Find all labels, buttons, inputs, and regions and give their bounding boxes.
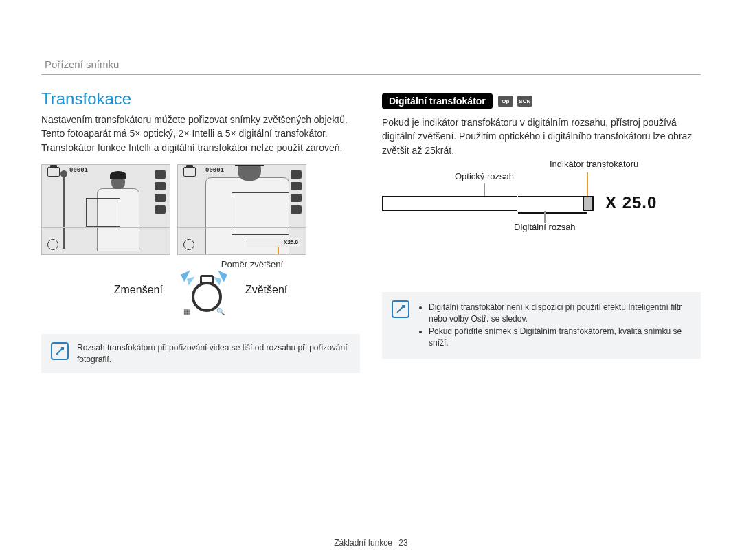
zoom-readout: X 25.0 [605,193,657,212]
wide-icon: ▦ [183,308,190,315]
flash-icon [155,205,166,214]
dial-footer-icons: ▦ 🔍 [183,308,225,315]
tele-icon: 🔍 [216,308,225,315]
iso-icon [291,194,302,202]
frame-counter: 00001 [69,167,88,174]
note-item: Digitální transfokátor není k dispozici … [429,302,691,325]
preview-zoomed: 00001 X25.0 [177,164,306,255]
header-rule [41,74,701,75]
manual-page: Pořízení snímku Transfokace Nastavením t… [0,0,742,560]
note-item: Pokud pořídíte snímek s Digitálním trans… [429,326,691,349]
label-indicator: Indikátor transfokátoru [550,159,638,169]
optical-callout-line [484,183,485,197]
page-footer: Základní funkce 23 [0,538,742,548]
stabilizer-icon [183,239,194,250]
osd-right-stack [155,170,166,214]
preview-wide: 00001 [41,164,170,255]
camera-mode-icon [47,167,60,177]
section-title: Transfokace [41,89,360,109]
osd-right-stack [291,170,302,214]
note-box-left: Rozsah transfokátoru při pořizování vide… [41,334,360,374]
section-body-left: Nastavením transfokátoru můžete pořizova… [41,113,360,155]
lamp-post-icon [63,173,65,249]
quality-icon [291,182,302,190]
zoom-dial: ▦ 🔍 [183,273,225,306]
note-icon [51,342,69,360]
subheading-pill: Digitální transfokátor [382,93,493,109]
note-icon [392,300,409,318]
zoom-dial-row: Zmenšení ▦ 🔍 Zvětšení [41,273,360,306]
zoom-bar-digital-segment [518,196,587,214]
page-header: Pořízení snímku [45,58,119,70]
callout-ratio-label: Poměr zvětšení [144,259,360,269]
lamp-head-icon [60,170,67,177]
quality-icon [155,182,166,190]
subheading-row: Digitální transfokátor Op SCN [382,93,701,109]
label-optical: Optický rozsah [455,171,514,181]
two-columns: Transfokace Nastavením transfokátoru můž… [41,89,701,373]
footer-page-number: 23 [398,538,407,548]
zoom-in-label: Zvětšení [245,284,287,296]
mode-scene-icon: SCN [517,96,532,107]
arrow-left-icon [187,277,196,286]
footer-section: Základní funkce [334,538,392,548]
camera-mode-icon [183,167,196,177]
zoom-readout-inset: X25.0 [247,238,300,247]
right-column: Digitální transfokátor Op SCN Pokud je i… [382,89,701,373]
zoom-diagram: Indikátor transfokátoru Optický rozsah X… [382,196,701,271]
indicator-callout-line [587,172,588,196]
iso-icon [155,194,166,202]
flash-icon [291,205,302,214]
callout-line [278,247,279,255]
zoom-bar [382,196,588,211]
stabilizer-icon [47,239,58,250]
label-digital: Digitální rozsah [514,222,576,232]
zoom-indicator-marker [583,196,594,211]
focus-box [232,192,289,235]
mode-icons: Op SCN [498,96,532,107]
zoom-out-label: Zmenšení [114,284,163,296]
note-box-right: Digitální transfokátor není k dispozici … [382,292,701,359]
size-icon [291,170,302,179]
section-body-right: Pokud je indikátor transfokátoru v digit… [382,115,701,157]
frame-counter: 00001 [205,167,224,174]
mode-op-icon: Op [498,96,513,107]
size-icon [155,170,166,179]
note-list: Digitální transfokátor není k dispozici … [418,300,691,350]
note-text: Rozsah transfokátoru při pořizování vide… [77,342,350,366]
focus-box [86,198,120,227]
left-column: Transfokace Nastavením transfokátoru můž… [41,89,360,373]
preview-pair: 00001 00001 [41,164,360,255]
